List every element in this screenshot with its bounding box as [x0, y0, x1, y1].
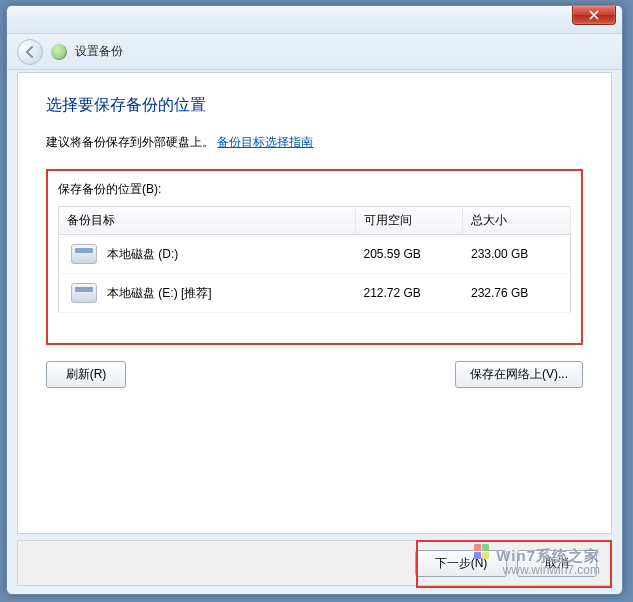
table-row[interactable]: 本地磁盘 (E:) [推荐] 212.72 GB 232.76 GB	[59, 274, 571, 313]
highlight-frame-locations: 保存备份的位置(B): 备份目标 可用空间 总大小 本地磁盘 (D:) 205.…	[46, 169, 583, 345]
dialog-window: 设置备份 选择要保存备份的位置 建议将备份保存到外部硬盘上。 备份目标选择指南 …	[6, 5, 623, 595]
content-pane: 选择要保存备份的位置 建议将备份保存到外部硬盘上。 备份目标选择指南 保存备份的…	[17, 72, 612, 534]
window-title: 设置备份	[75, 43, 123, 60]
drive-name: 本地磁盘 (D:)	[107, 246, 178, 263]
control-panel-icon	[51, 44, 67, 60]
locations-body: 本地磁盘 (D:) 205.59 GB 233.00 GB 本地磁盘 (E:) …	[59, 235, 571, 313]
next-button[interactable]: 下一步(N)	[415, 550, 507, 577]
close-icon	[589, 10, 599, 20]
back-arrow-icon	[24, 46, 36, 58]
titlebar	[7, 6, 622, 34]
nav-bar: 设置备份	[7, 34, 622, 70]
drive-name: 本地磁盘 (E:) [推荐]	[107, 285, 212, 302]
col-total[interactable]: 总大小	[463, 207, 571, 235]
locations-table: 备份目标 可用空间 总大小 本地磁盘 (D:) 205.59 GB 233.00…	[58, 206, 571, 313]
col-target[interactable]: 备份目标	[59, 207, 356, 235]
close-button[interactable]	[572, 6, 616, 25]
back-button[interactable]	[17, 39, 43, 65]
drive-icon	[71, 283, 97, 303]
advice-link[interactable]: 备份目标选择指南	[217, 135, 313, 149]
drive-total: 233.00 GB	[463, 235, 571, 274]
advice-row: 建议将备份保存到外部硬盘上。 备份目标选择指南	[46, 134, 583, 151]
dialog-footer: 下一步(N) 取消	[17, 540, 612, 586]
cancel-button[interactable]: 取消	[517, 550, 597, 577]
locations-label: 保存备份的位置(B):	[58, 181, 571, 198]
table-row[interactable]: 本地磁盘 (D:) 205.59 GB 233.00 GB	[59, 235, 571, 274]
drive-free: 212.72 GB	[355, 274, 463, 313]
refresh-button[interactable]: 刷新(R)	[46, 361, 126, 388]
col-free[interactable]: 可用空间	[355, 207, 463, 235]
advice-text: 建议将备份保存到外部硬盘上。	[46, 135, 214, 149]
drive-icon	[71, 244, 97, 264]
drive-total: 232.76 GB	[463, 274, 571, 313]
page-heading: 选择要保存备份的位置	[46, 95, 583, 116]
drive-free: 205.59 GB	[355, 235, 463, 274]
middle-buttons: 刷新(R) 保存在网络上(V)...	[46, 361, 583, 388]
save-network-button[interactable]: 保存在网络上(V)...	[455, 361, 583, 388]
